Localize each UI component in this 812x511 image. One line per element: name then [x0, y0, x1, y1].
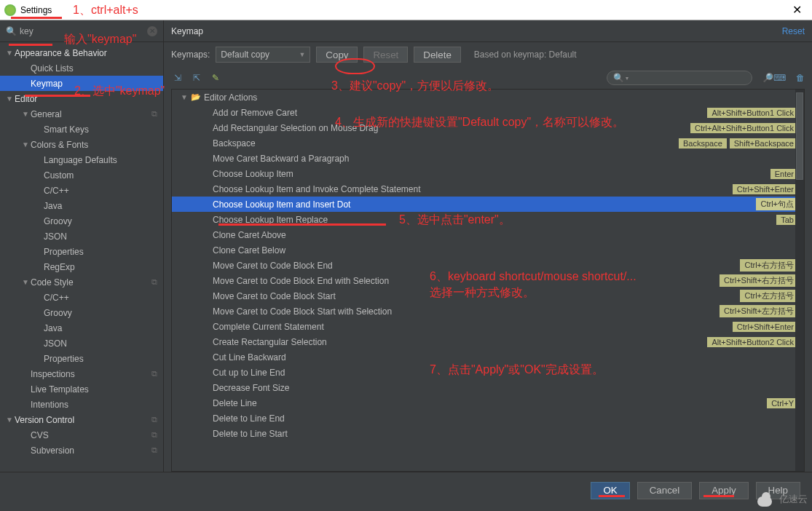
action-row[interactable]: Move Caret to Code Block Start with Sele… — [172, 304, 804, 319]
tree-row[interactable]: Keymap — [0, 76, 163, 91]
action-tree[interactable]: ▼📂Editor ActionsAdd or Remove CaretAlt+S… — [171, 89, 805, 472]
action-row[interactable]: Move Caret to Code Block End with Select… — [172, 273, 804, 288]
search-icon: 🔍 — [6, 26, 17, 36]
based-on-label: Based on keymap: Default — [474, 49, 577, 60]
tree-label: RegExp — [44, 262, 163, 272]
dialog-footer: OK Cancel Apply Help — [0, 472, 812, 508]
project-icon: ⧉ — [151, 430, 157, 440]
project-icon: ⧉ — [151, 277, 157, 287]
tree-label: Inspections — [31, 369, 151, 379]
action-row[interactable]: Delete to Line End — [172, 411, 804, 426]
group-name: Editor Actions — [204, 92, 804, 103]
action-name: Choose Lookup Item and Invoke Complete S… — [213, 184, 733, 194]
window-title: Settings — [20, 5, 787, 15]
action-search[interactable]: 🔍▾ — [607, 71, 752, 85]
tree-row[interactable]: Properties — [0, 244, 163, 259]
action-row[interactable]: Delete to Line Start — [172, 426, 804, 441]
tree-row[interactable]: ▼Code Style⧉ — [0, 274, 163, 290]
cancel-button[interactable]: Cancel — [637, 482, 693, 499]
find-shortcut-icon[interactable]: 🔎⌨ — [762, 73, 786, 83]
action-row[interactable]: Choose Lookup Item and Invoke Complete S… — [172, 181, 804, 197]
action-row[interactable]: Add or Remove CaretAlt+Shift+Button1 Cli… — [172, 105, 804, 120]
tree-row[interactable]: JSON — [0, 229, 163, 244]
action-name: Move Caret Backward a Paragraph — [213, 154, 798, 164]
tree-row[interactable]: ▼Version Control⧉ — [0, 412, 163, 427]
tree-row[interactable]: ▼General⧉ — [0, 106, 163, 122]
action-row[interactable]: Move Caret to Code Block StartCtrl+左方括号 — [172, 288, 804, 304]
shortcut-badge: Ctrl+Shift+Enter — [733, 322, 798, 332]
action-row[interactable]: Add Rectangular Selection on Mouse DragC… — [172, 120, 804, 135]
action-row[interactable]: Decrease Font Size — [172, 380, 804, 395]
tree-row[interactable]: Inspections⧉ — [0, 366, 163, 381]
action-row[interactable]: Create Rectangular SelectionAlt+Shift+Bu… — [172, 334, 804, 349]
action-row[interactable]: Choose Lookup ItemEnter — [172, 166, 804, 181]
tree-row[interactable]: Language Defaults — [0, 152, 163, 167]
shortcut-badge: Shift+Backspace — [730, 138, 798, 148]
tree-row[interactable]: Live Templates — [0, 381, 163, 397]
keymap-toolbar2: ⇲ ⇱ ✎ 🔍▾ 🔎⌨ 🗑 — [164, 67, 812, 89]
collapse-icon[interactable]: ⇱ — [190, 71, 203, 84]
scrollbar-thumb[interactable] — [796, 92, 803, 180]
tree-row[interactable]: ▼Appearance & Behavior — [0, 45, 163, 60]
tree-row[interactable]: JSON — [0, 336, 163, 351]
tree-row[interactable]: Intentions — [0, 397, 163, 412]
trash-icon[interactable]: 🗑 — [796, 73, 805, 83]
tree-label: Groovy — [44, 216, 163, 226]
tree-label: Java — [44, 201, 163, 211]
sidebar-search[interactable]: 🔍 ✕ — [0, 20, 163, 42]
delete-button[interactable]: Delete — [414, 47, 461, 63]
tree-row[interactable]: Properties — [0, 351, 163, 366]
action-row[interactable]: Clone Caret Below — [172, 242, 804, 258]
annotation-circle — [335, 58, 375, 74]
panel-header: Keymap Reset — [164, 20, 812, 42]
tree-row[interactable]: C/C++ — [0, 183, 163, 198]
tree-row[interactable]: C/C++ — [0, 290, 163, 305]
action-row[interactable]: Cut up to Line End — [172, 365, 804, 380]
scrollbar[interactable] — [795, 90, 804, 471]
tree-row[interactable]: Custom — [0, 167, 163, 183]
arrow-icon: ▼ — [22, 278, 31, 286]
tree-label: Appearance & Behavior — [15, 48, 163, 58]
action-name: Cut Line Backward — [213, 352, 798, 363]
close-icon[interactable]: ✕ — [787, 3, 808, 17]
app-icon — [4, 4, 16, 16]
action-row[interactable]: Complete Current StatementCtrl+Shift+Ent… — [172, 319, 804, 334]
settings-tree[interactable]: ▼Appearance & BehaviorQuick ListsKeymap▼… — [0, 42, 163, 472]
tree-row[interactable]: Quick Lists — [0, 60, 163, 76]
reset-link[interactable]: Reset — [782, 26, 805, 36]
arrow-icon: ▼ — [6, 49, 15, 57]
tree-row[interactable]: CVS⧉ — [0, 427, 163, 443]
action-row[interactable]: Cut Line Backward — [172, 349, 804, 365]
action-group-header[interactable]: ▼📂Editor Actions — [172, 90, 804, 105]
action-name: Delete to Line End — [213, 413, 798, 424]
shortcuts: Alt+Shift+Button1 Click — [707, 108, 798, 118]
clear-icon[interactable]: ✕ — [147, 26, 157, 36]
action-row[interactable]: Move Caret to Code Block EndCtrl+右方括号 — [172, 258, 804, 273]
underline — [599, 495, 625, 497]
tree-label: Groovy — [44, 308, 163, 318]
action-row[interactable]: Clone Caret Above — [172, 227, 804, 242]
edit-icon[interactable]: ✎ — [209, 71, 222, 84]
arrow-icon: ▼ — [22, 110, 31, 118]
tree-row[interactable]: RegExp — [0, 259, 163, 274]
tree-row[interactable]: Java — [0, 320, 163, 336]
tree-row[interactable]: Groovy — [0, 305, 163, 320]
tree-row[interactable]: ▼Colors & Fonts — [0, 137, 163, 152]
tree-label: Quick Lists — [31, 63, 163, 74]
tree-row[interactable]: ▼Editor — [0, 91, 163, 106]
shortcut-badge: Ctrl+Shift+左方括号 — [720, 305, 798, 317]
keymaps-dropdown[interactable]: Default copy ▼ — [216, 47, 310, 63]
tree-row[interactable]: Subversion⧉ — [0, 443, 163, 458]
expand-icon[interactable]: ⇲ — [171, 71, 184, 84]
action-row[interactable]: Delete LineCtrl+Y — [172, 395, 804, 411]
project-icon: ⧉ — [151, 109, 157, 119]
tree-row[interactable]: Groovy — [0, 213, 163, 229]
arrow-icon: ▼ — [22, 140, 31, 148]
tree-row[interactable]: Smart Keys — [0, 122, 163, 137]
action-row[interactable]: Move Caret Backward a Paragraph — [172, 151, 804, 166]
action-row[interactable]: BackspaceBackspaceShift+Backspace — [172, 135, 804, 151]
tree-label: C/C++ — [44, 186, 163, 196]
sidebar-search-input[interactable] — [20, 26, 78, 36]
action-row[interactable]: Choose Lookup Item and Insert DotCtrl+句点 — [172, 197, 804, 212]
tree-row[interactable]: Java — [0, 198, 163, 213]
